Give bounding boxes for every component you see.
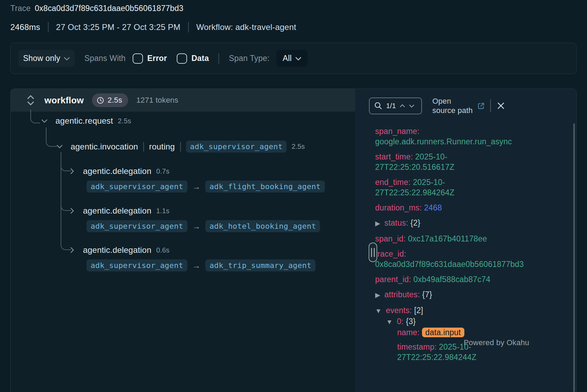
divider bbox=[48, 22, 49, 32]
span-row-agentic-request[interactable]: agentic.request 2.5s bbox=[41, 116, 131, 126]
show-only-dropdown[interactable]: Show only bbox=[18, 50, 75, 67]
error-checkbox-label[interactable]: Error bbox=[147, 54, 167, 63]
divider bbox=[490, 99, 491, 112]
attr-event-name: name: data.input bbox=[375, 327, 576, 338]
attr-value: 0xb49af588cab87c74 bbox=[413, 275, 491, 284]
scrollbar[interactable] bbox=[573, 123, 575, 392]
close-icon[interactable] bbox=[497, 102, 505, 110]
attr-value: [2] bbox=[414, 306, 423, 315]
search-match-count: 1/1 bbox=[386, 102, 396, 110]
agent-badge[interactable]: adk_trip_summary_agent bbox=[205, 259, 316, 271]
search-input[interactable]: 1/1 bbox=[369, 97, 422, 114]
attr-trace-id: trace_id: 0x8ca0d3d7f89c631daae0b5606187… bbox=[375, 249, 576, 269]
error-checkbox[interactable] bbox=[133, 53, 143, 64]
chevron-right-icon[interactable] bbox=[70, 247, 74, 254]
span-row-agentic-delegation[interactable]: agentic.delegation 0.6s bbox=[70, 245, 169, 255]
attr-key: timestamp: bbox=[397, 342, 436, 351]
attr-duration-ms: duration_ms: 2468 bbox=[375, 203, 576, 213]
attr-end-time: end_time: 2025-10- 27T22:25:22.984264Z bbox=[375, 177, 576, 198]
data-checkbox-label[interactable]: Data bbox=[192, 54, 209, 63]
span-name: agentic.delegation bbox=[83, 245, 151, 255]
attr-attributes: ▶attributes: {7} bbox=[375, 289, 576, 300]
span-row-agentic-delegation[interactable]: agentic.delegation 1.1s bbox=[70, 206, 169, 216]
workflow-tokens: 1271 tokens bbox=[136, 96, 178, 105]
attr-span-id: span_id: 0xc17a167b401178ee bbox=[375, 234, 576, 244]
agent-badge[interactable]: adk_supervisor_agent bbox=[86, 180, 187, 193]
attr-start-time: start_time: 2025-10- 27T22:25:20.516617Z bbox=[375, 152, 576, 172]
delegation-agents: adk_supervisor_agent → adk_hotel_booking… bbox=[86, 220, 320, 232]
expanded-triangle-icon[interactable]: ▼ bbox=[386, 318, 393, 326]
span-tag: routing bbox=[149, 142, 175, 152]
agent-badge[interactable]: adk_supervisor_agent bbox=[186, 141, 287, 153]
attr-value: 2468 bbox=[424, 203, 442, 212]
tree-connector bbox=[30, 110, 40, 123]
attr-key: 0: bbox=[397, 317, 404, 326]
attr-key: name: bbox=[397, 328, 420, 337]
span-row-agentic-invocation[interactable]: agentic.invocation routing adk_superviso… bbox=[56, 141, 305, 153]
event-name-badge: data.input bbox=[422, 328, 464, 337]
trace-time-range: 27 Oct 3:25 PM - 27 Oct 3:25 PM bbox=[56, 22, 181, 32]
data-checkbox[interactable] bbox=[177, 53, 187, 64]
span-type-dropdown[interactable]: All bbox=[276, 50, 307, 67]
expanded-triangle-icon[interactable]: ▼ bbox=[375, 307, 382, 314]
span-name: agentic.delegation bbox=[83, 166, 151, 176]
attr-value: 2025-10- bbox=[415, 152, 447, 161]
attr-value: {3} bbox=[406, 317, 416, 326]
agent-badge[interactable]: adk_supervisor_agent bbox=[86, 220, 187, 232]
collapsed-triangle-icon[interactable]: ▶ bbox=[375, 291, 380, 299]
attr-value: google.adk.runners.Runner.run_async bbox=[375, 137, 512, 146]
chevron-right-icon[interactable] bbox=[70, 207, 74, 214]
filter-bar: Show only Spans With Error Data Span Typ… bbox=[10, 43, 577, 74]
chevron-up-icon[interactable] bbox=[400, 104, 405, 108]
tree-connector bbox=[61, 152, 71, 250]
attr-value: 0x8ca0d3d7f89c631daae0b56061877bd3 bbox=[375, 260, 524, 269]
spans-with-label: Spans With bbox=[84, 54, 126, 63]
workflow-title: workflow bbox=[44, 95, 84, 106]
divider bbox=[188, 22, 189, 32]
arrow-right-icon: → bbox=[192, 221, 200, 231]
attr-value: 2025-10- bbox=[413, 178, 445, 187]
expand-collapse-icon[interactable] bbox=[27, 95, 35, 106]
attr-key: span_id: bbox=[375, 234, 406, 243]
details-header: 1/1 Open source path bbox=[369, 96, 505, 115]
attr-key: span_name: bbox=[375, 127, 420, 136]
workflow-duration: 2.5s bbox=[107, 96, 122, 105]
arrow-right-icon: → bbox=[192, 261, 200, 270]
agent-badge[interactable]: adk_flight_booking_agent bbox=[205, 180, 325, 193]
trace-viewer-page: Trace 0x8ca0d3d7f89c631daae0b56061877bd3… bbox=[0, 0, 587, 392]
span-name: agentic.delegation bbox=[83, 206, 151, 216]
divider bbox=[180, 142, 181, 152]
span-duration: 0.6s bbox=[156, 246, 169, 254]
trace-workflow: Workflow: adk-travel-agent bbox=[196, 22, 296, 32]
open-source-path-label[interactable]: Open source path bbox=[432, 96, 474, 115]
chevron-right-icon[interactable] bbox=[70, 168, 74, 175]
trace-label: Trace bbox=[10, 4, 31, 13]
span-row-agentic-delegation[interactable]: agentic.delegation 0.7s bbox=[70, 166, 169, 176]
panel-resize-handle[interactable] bbox=[369, 243, 377, 262]
span-type-value: All bbox=[282, 54, 291, 63]
trace-id-value: 0x8ca0d3d7f89c631daae0b56061877bd3 bbox=[35, 4, 183, 13]
attr-events: ▼events: [2] bbox=[375, 305, 576, 316]
collapsed-triangle-icon[interactable]: ▶ bbox=[375, 220, 380, 227]
attr-value: 0xc17a167b401178ee bbox=[408, 234, 487, 243]
span-name: agentic.invocation bbox=[71, 142, 138, 152]
chevron-down-icon bbox=[64, 56, 70, 61]
delegation-agents: adk_supervisor_agent → adk_flight_bookin… bbox=[86, 180, 325, 193]
chevron-down-icon[interactable] bbox=[409, 104, 414, 108]
span-attributes: span_name: google.adk.runners.Runner.run… bbox=[375, 126, 576, 367]
attr-key: status: bbox=[384, 218, 408, 227]
attr-value: 27T22:25:22.984244Z bbox=[397, 353, 476, 362]
attr-status: ▶status: {2} bbox=[375, 218, 576, 229]
tree-connector bbox=[46, 127, 57, 147]
attr-key: trace_id: bbox=[375, 249, 406, 258]
attr-key: parent_id: bbox=[375, 275, 411, 284]
agent-badge[interactable]: adk_hotel_booking_agent bbox=[205, 220, 320, 232]
chevron-down-icon[interactable] bbox=[56, 144, 63, 149]
external-link-icon[interactable] bbox=[477, 102, 485, 110]
workflow-duration-pill: 2.5s bbox=[92, 93, 128, 107]
chevron-down-icon[interactable] bbox=[41, 119, 48, 123]
agent-badge[interactable]: adk_supervisor_agent bbox=[86, 259, 187, 271]
attr-key: end_time: bbox=[375, 178, 411, 187]
attr-value: 27T22:25:20.516617Z bbox=[375, 163, 454, 172]
attr-key: start_time: bbox=[375, 152, 413, 161]
